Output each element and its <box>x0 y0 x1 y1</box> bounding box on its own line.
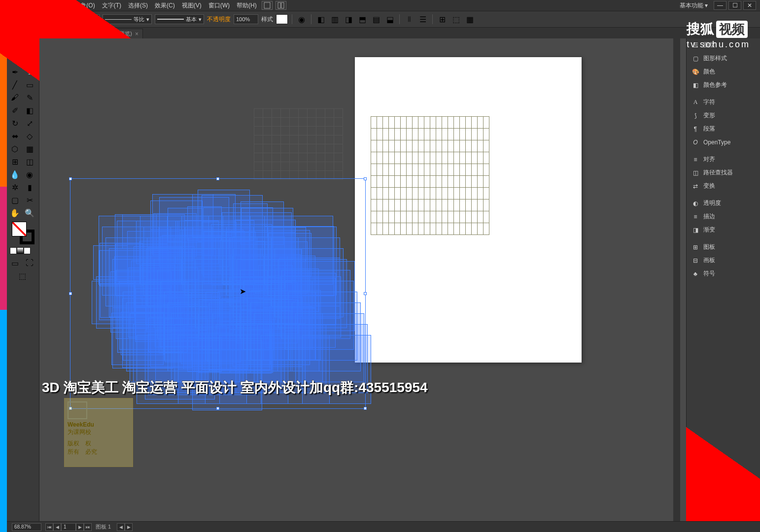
color-mode-none[interactable] <box>24 247 31 254</box>
nav2-prev-icon[interactable]: ◀ <box>117 523 125 531</box>
sohu-watermark: 搜狐 视频 tv.sohu.com <box>687 20 750 50</box>
nav2-next-icon[interactable]: ▶ <box>125 523 133 531</box>
watermark: WeekEdu 为课网校 版权权 所有必究 <box>64 398 133 467</box>
canvas[interactable]: ➤ 3D 淘宝美工 淘宝运营 平面设计 室内外设计加qq群:435515954 … <box>39 38 686 532</box>
screen-mode-full-icon[interactable]: ⛶ <box>23 257 36 269</box>
draw-mode-icon[interactable]: ⬚ <box>8 270 36 282</box>
artboard-name-label: 图板 1 <box>96 523 111 531</box>
nav-last-icon[interactable]: ⏭ <box>84 523 92 531</box>
screen-mode-normal-icon[interactable]: ▭ <box>8 257 22 269</box>
main-area: ✦◯ ✒T ╱▭ 🖌✎ ✐◧ ↻⤢ ⬌◇ ⬡▦ ⊞◫ 💧◉ ✲▮ ▢✂ ✋🔍 ▭… <box>0 38 760 532</box>
grid-object-small[interactable] <box>254 108 343 180</box>
nav-prev-icon[interactable]: ◀ <box>53 523 61 531</box>
nav-next-icon[interactable]: ▶ <box>76 523 84 531</box>
artboard-nav: ⏮ ◀ ▶ ⏭ <box>45 523 92 531</box>
artboard-number-input[interactable] <box>61 523 76 531</box>
toolbox: ✦◯ ✒T ╱▭ 🖌✎ ✐◧ ↻⤢ ⬌◇ ⬡▦ ⊞◫ 💧◉ ✲▮ ▢✂ ✋🔍 ▭… <box>7 38 39 532</box>
nav-first-icon[interactable]: ⏮ <box>45 523 53 531</box>
cursor-icon: ➤ <box>240 287 246 296</box>
status-bar: ⏮ ◀ ▶ ⏭ 图板 1 ◀ ▶ <box>7 521 760 532</box>
overlay-promo-text: 3D 淘宝美工 淘宝运营 平面设计 室内外设计加qq群:435515954 <box>42 378 428 397</box>
zoom-input[interactable] <box>12 523 41 531</box>
vertical-scrollbar[interactable] <box>673 38 680 521</box>
grid-object-large[interactable] <box>371 116 489 235</box>
